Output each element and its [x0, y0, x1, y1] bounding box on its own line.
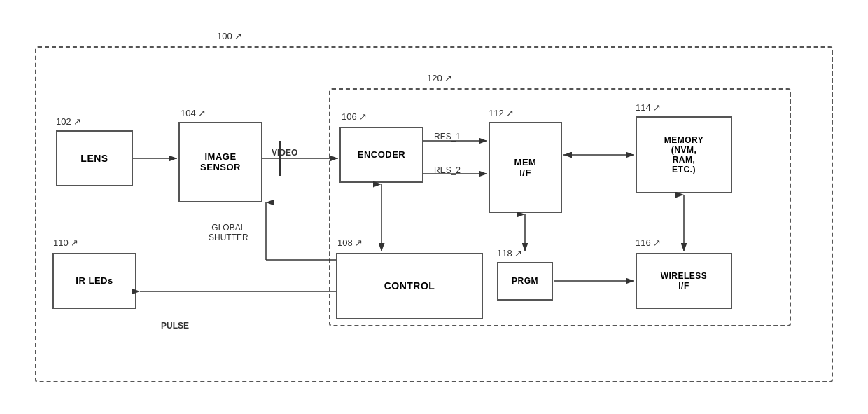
ref-108: 108 ↗	[337, 237, 363, 248]
ref-104: 104 ↗	[181, 108, 206, 118]
ref-100: 100 ↗	[217, 31, 242, 41]
res2-label: RES_2	[434, 165, 461, 175]
ref-102: 102 ↗	[56, 116, 81, 127]
mem-if-label: MEM I/F	[514, 157, 537, 178]
wireless-if-label: WIRELESS I/F	[661, 271, 708, 291]
video-label: VIDEO	[272, 148, 298, 158]
ref-112: 112 ↗	[489, 108, 514, 118]
diagram-container: 100 ↗ 120 ↗ LENS 102 ↗ IMAGE SENSOR 104 …	[21, 18, 847, 396]
mem-if-box: MEM I/F	[489, 122, 562, 213]
memory-box: MEMORY (NVM, RAM, ETC.)	[636, 116, 732, 193]
prgm-label: PRGM	[512, 276, 538, 286]
ir-leds-label: IR LEDs	[76, 275, 113, 286]
ref-118: 118 ↗	[497, 248, 522, 258]
encoder-box: ENCODER	[340, 127, 424, 183]
lens-box: LENS	[56, 130, 133, 186]
lens-label: LENS	[80, 153, 108, 164]
wireless-if-box: WIRELESS I/F	[636, 253, 732, 309]
ref-106: 106 ↗	[342, 111, 367, 122]
control-label: CONTROL	[384, 280, 435, 291]
ref-110: 110 ↗	[53, 237, 78, 248]
pulse-label: PULSE	[161, 321, 189, 331]
ref-114: 114 ↗	[636, 102, 661, 113]
control-box: CONTROL	[336, 253, 483, 319]
global-shutter-label: GLOBALSHUTTER	[209, 223, 248, 242]
res1-label: RES_1	[434, 132, 461, 142]
prgm-box: PRGM	[497, 262, 553, 301]
encoder-label: ENCODER	[358, 149, 406, 160]
memory-label: MEMORY (NVM, RAM, ETC.)	[664, 135, 704, 174]
ref-120: 120 ↗	[427, 73, 452, 83]
ir-leds-box: IR LEDs	[52, 253, 136, 309]
image-sensor-label: IMAGE SENSOR	[200, 151, 241, 172]
image-sensor-box: IMAGE SENSOR	[178, 122, 262, 202]
ref-116: 116 ↗	[636, 237, 661, 248]
